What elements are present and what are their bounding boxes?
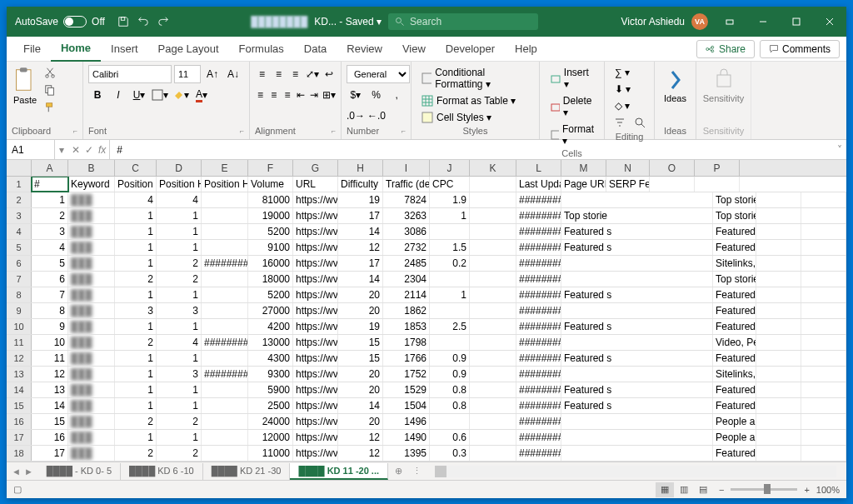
cell[interactable]: ######## [516,351,561,366]
cell[interactable] [756,414,801,429]
cell[interactable]: 1853 [383,319,430,334]
sort-filter-icon[interactable] [611,113,629,132]
cell[interactable]: 1395 [383,446,430,461]
redo-icon[interactable] [153,12,173,32]
cell[interactable]: 1 [157,208,202,223]
cell[interactable]: Featured snippet, Thumbnail, Sitelinks, … [713,224,756,239]
cell[interactable]: Volume [248,177,293,192]
cell[interactable] [202,398,248,413]
cell[interactable]: 1 [430,287,470,302]
cell[interactable]: 5200 [248,224,293,239]
cell[interactable] [756,430,801,445]
cell[interactable]: People also ask, Top stories, Thumbnail,… [713,414,756,429]
page-break-view-icon[interactable]: ▤ [694,482,712,497]
ribbon-options-icon[interactable] [713,7,746,37]
cell[interactable] [801,382,846,397]
cell[interactable] [756,272,801,287]
cell[interactable]: 20 [338,382,383,397]
cell[interactable]: 7824 [383,192,430,207]
cell[interactable]: ███ [68,256,115,271]
cell[interactable]: 9 [32,319,68,334]
align-middle-icon[interactable]: ≡ [272,65,286,83]
cell[interactable]: Keyword [68,177,115,192]
cell[interactable] [470,272,516,287]
cell[interactable]: 0.3 [430,446,470,461]
cell[interactable]: 4 [32,240,68,255]
cell[interactable]: ███ [68,430,115,445]
row-header[interactable]: 16 [7,414,32,429]
row-header[interactable]: 14 [7,382,32,397]
row-header[interactable]: 17 [7,430,32,445]
delete-cells-button[interactable]: Delete ▾ [545,93,599,120]
cell[interactable]: 17 [338,208,383,223]
column-header-G[interactable]: G [293,160,338,176]
cell[interactable] [202,351,248,366]
cell[interactable]: 1 [115,240,157,255]
cell[interactable]: Featured s [561,382,713,397]
tab-file[interactable]: File [13,37,51,62]
font-color-button[interactable]: A▾ [192,86,211,104]
cell[interactable]: Top stories, Thumbnail, People also ask [713,272,756,287]
cut-icon[interactable] [42,65,58,80]
share-button[interactable]: Share [696,40,755,58]
cell[interactable] [801,430,846,445]
cell[interactable]: ######## [516,446,561,461]
cell[interactable]: 3 [115,303,157,318]
cell[interactable]: Featured s [561,351,713,366]
row-header[interactable]: 7 [7,272,32,287]
cell[interactable]: Page URL i [561,177,606,192]
cell[interactable]: ███ [68,240,115,255]
cell[interactable] [470,303,516,318]
cell[interactable] [202,240,248,255]
column-header-L[interactable]: L [516,160,561,176]
cell[interactable] [470,335,516,350]
cell[interactable]: Featured s [561,398,713,413]
cell[interactable]: 12 [338,430,383,445]
align-top-icon[interactable]: ≡ [255,65,269,83]
cell[interactable]: 1 [115,398,157,413]
cell[interactable]: 1.9 [430,192,470,207]
cell[interactable] [202,446,248,461]
tab-view[interactable]: View [392,37,436,62]
cell[interactable] [756,240,801,255]
cell[interactable]: 1 [115,224,157,239]
row-header[interactable]: 3 [7,208,32,223]
tab-page-layout[interactable]: Page Layout [148,37,229,62]
decrease-decimal-icon[interactable]: ←.0 [367,107,386,125]
italic-button[interactable]: I [109,86,127,104]
cell[interactable]: Featured snippet, Thumbnail, People also… [713,319,756,334]
cell[interactable]: 5200 [248,287,293,302]
cell[interactable]: 27000 [248,303,293,318]
cell[interactable] [561,256,713,271]
cell[interactable]: 0.8 [430,382,470,397]
column-header-H[interactable]: H [338,160,383,176]
add-sheet-icon[interactable]: ⊕ [388,466,409,477]
cell[interactable]: 1496 [383,414,430,429]
cell[interactable] [561,303,713,318]
number-launcher-icon[interactable]: ⌐ [402,127,406,135]
row-header[interactable]: 10 [7,319,32,334]
cell[interactable]: ######## [516,319,561,334]
accounting-format-icon[interactable]: $▾ [347,86,365,104]
row-header[interactable]: 2 [7,192,32,207]
save-icon[interactable] [113,12,133,32]
cell[interactable]: 4 [157,335,202,350]
cell[interactable]: CPC [430,177,470,192]
autosum-button[interactable]: ∑ ▾ [610,65,649,80]
cell[interactable] [561,430,713,445]
cell[interactable]: 19 [338,192,383,207]
column-header-N[interactable]: N [606,160,650,176]
cell[interactable]: 1 [430,208,470,223]
format-painter-icon[interactable] [42,100,58,115]
cell[interactable] [561,446,713,461]
cell[interactable]: 2.5 [430,319,470,334]
cell[interactable] [430,272,470,287]
cell[interactable]: ███ [68,446,115,461]
cell[interactable]: ######## [516,208,561,223]
cell[interactable]: Traffic (de [383,177,430,192]
cell[interactable]: 11 [32,351,68,366]
cell[interactable]: 0.9 [430,367,470,382]
cell[interactable]: ######## [516,287,561,302]
column-header-O[interactable]: O [650,160,695,176]
cell[interactable] [202,414,248,429]
